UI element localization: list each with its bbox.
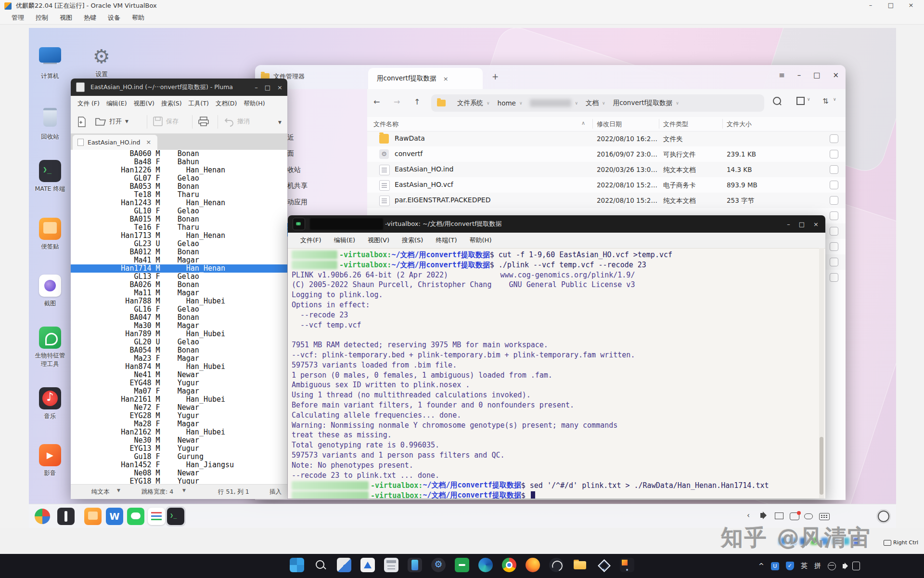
start-menu-icon[interactable] (35, 509, 50, 524)
night-mode-icon[interactable] (878, 511, 889, 522)
pluma-menu-edit[interactable]: 编辑(E) (106, 100, 127, 108)
terminal-menu-edit[interactable]: 编辑(E) (334, 236, 355, 245)
ime-indicator-en[interactable]: 英 (801, 562, 808, 570)
terminal-minimize-button[interactable]: – (787, 221, 790, 228)
breadcrumb-segment[interactable]: home (498, 99, 516, 107)
vb-close-button[interactable]: × (901, 0, 921, 12)
breadcrumb-segment[interactable]: 用convertf提取数据 (613, 99, 673, 107)
new-document-button[interactable] (77, 116, 87, 128)
vb-menu-hotkeys[interactable]: 热键 (84, 13, 96, 22)
pluma-tab[interactable]: EastAsian_HO.ind ✕ (73, 135, 157, 150)
chevron-down-icon[interactable]: ▼ (125, 119, 128, 124)
file-checkbox[interactable] (830, 242, 838, 251)
desktop-icon-biometric-tool[interactable]: 生物特征管理工具 (29, 327, 72, 368)
obs-icon[interactable] (549, 558, 564, 572)
hidden-icons-chevron[interactable]: ^ (758, 562, 764, 570)
fm-tab[interactable]: 用convertf提取数据 × (368, 68, 483, 89)
volume-icon[interactable] (760, 513, 764, 518)
pluma-maximize-button[interactable]: □ (265, 84, 270, 91)
volume-tray-icon[interactable] (843, 564, 846, 568)
desktop-icon-video[interactable]: 影音 (29, 444, 72, 477)
desktop-icon-music[interactable]: 音乐 (29, 387, 72, 420)
breadcrumb-segment[interactable]: 文件系统 (457, 99, 483, 107)
file-checkbox[interactable] (830, 196, 838, 205)
col-type[interactable]: 文件类型 (663, 120, 688, 129)
chevron-down-icon[interactable]: ∨ (575, 101, 578, 105)
view-grid-icon[interactable] (796, 97, 805, 105)
pluma-text-area[interactable]: BA060 M Bonan Ba48 F Bahun Han1226 M Han… (71, 150, 287, 484)
sort-icon[interactable]: ⇅ (822, 97, 829, 105)
chevron-down-icon[interactable]: ∨ (602, 101, 605, 105)
file-checkbox[interactable] (830, 165, 838, 174)
terminal-scrollbar[interactable] (819, 248, 824, 499)
chevron-down-icon[interactable]: ∨ (519, 101, 523, 105)
desktop-icon-settings[interactable]: ⚙ 设置 (79, 45, 124, 79)
task-view-icon[interactable] (57, 508, 75, 525)
vb-maximize-button[interactable]: □ (881, 0, 901, 12)
pluma-menu-tools[interactable]: 工具(T) (189, 100, 209, 108)
vb-menu-view[interactable]: 视图 (60, 13, 72, 22)
fm-file-row[interactable]: EastAsian_HO.vcf2022/08/10 15:2…电子商务卡893… (367, 177, 846, 193)
breadcrumb-segment[interactable]: 文档 (586, 99, 599, 107)
col-date[interactable]: 修改日期 (597, 120, 622, 129)
fm-close-button[interactable]: × (833, 71, 839, 79)
keyboard-icon[interactable] (819, 513, 830, 520)
save-button[interactable]: 保存 (153, 116, 179, 127)
firefox-icon[interactable] (526, 558, 540, 572)
desktop-icon-mate-terminal[interactable]: MATE 终端 (29, 160, 72, 193)
file-checkbox[interactable] (830, 181, 838, 189)
toolbar-overflow-icon[interactable]: ▼ (278, 120, 282, 125)
notes-app-icon[interactable] (148, 508, 165, 525)
network-icon[interactable] (804, 513, 813, 519)
print-button[interactable] (198, 116, 209, 127)
ime-indicator-pinyin[interactable]: 拼 (814, 562, 821, 570)
terminal-menu-file[interactable]: 文件(F) (300, 236, 321, 245)
pen-battery-icon[interactable] (852, 562, 860, 570)
terminal-taskbar-icon[interactable] (166, 506, 186, 526)
messages-icon[interactable] (790, 512, 799, 520)
back-icon[interactable]: ← (373, 97, 380, 106)
desktop-icon-sticky-notes[interactable]: 便签贴 (29, 218, 72, 251)
file-explorer-icon[interactable] (573, 558, 587, 572)
pluma-menu-help[interactable]: 帮助(H) (244, 100, 265, 108)
pluma-menu-documents[interactable]: 文档(D) (216, 100, 237, 108)
phone-link-icon[interactable] (408, 558, 422, 572)
fm-menu-button[interactable]: ≡ (779, 71, 785, 79)
terminal-close-button[interactable]: × (813, 221, 819, 228)
up-icon[interactable]: ↑ (414, 97, 420, 106)
file-checkbox[interactable] (830, 211, 838, 220)
chevron-down-icon[interactable]: ∨ (487, 101, 490, 105)
terminal-menu-search[interactable]: 搜索(S) (402, 236, 423, 245)
edge-icon[interactable] (478, 558, 493, 572)
widgets-icon[interactable] (337, 558, 351, 572)
pluma-minimize-button[interactable]: – (255, 84, 258, 91)
chrome-icon[interactable] (502, 558, 516, 572)
highlight-mode-select[interactable]: 纯文本 (91, 488, 110, 496)
cast-icon[interactable] (775, 512, 783, 519)
chevron-left-icon[interactable]: ‹ (747, 511, 750, 520)
vb-menu-help[interactable]: 帮助 (132, 13, 144, 22)
fm-file-row[interactable]: ⚙convertf2016/09/07 23:0…可执行文件239.1 KB (367, 146, 846, 162)
search-icon[interactable] (313, 558, 328, 572)
network-tray-icon[interactable] (828, 562, 836, 570)
calculator-icon[interactable] (384, 558, 398, 572)
fm-file-row[interactable]: par.EIGENSTRAT.PACKEDPED2022/08/10 15:2…… (367, 193, 846, 208)
fm-file-row[interactable]: EastAsian_HO.ind2020/03/26 13:0…纯文本文档14.… (367, 162, 846, 177)
security-shield-icon[interactable]: ✓ (786, 562, 794, 570)
file-checkbox[interactable] (830, 134, 838, 143)
wechat-icon[interactable] (127, 508, 144, 525)
ide-app-icon[interactable] (620, 558, 634, 572)
col-size[interactable]: 文件大小 (727, 120, 752, 129)
green-app-icon[interactable] (455, 558, 469, 572)
vb-minimize-button[interactable]: – (860, 0, 881, 12)
wps-icon[interactable]: W (106, 508, 123, 525)
settings-gear-icon[interactable] (431, 558, 446, 572)
file-checkbox[interactable] (830, 258, 838, 266)
usb-tray-icon[interactable]: U (771, 562, 779, 570)
tab-close-icon[interactable]: × (443, 75, 449, 82)
blue-app-icon[interactable] (360, 558, 375, 572)
tab-width-select[interactable]: 跳格宽度: 4 (141, 488, 173, 496)
sort-asc-icon[interactable]: ∧ (581, 120, 585, 126)
virtualbox-taskbar-icon[interactable] (596, 558, 611, 572)
terminal-menu-terminal[interactable]: 终端(T) (436, 236, 457, 245)
